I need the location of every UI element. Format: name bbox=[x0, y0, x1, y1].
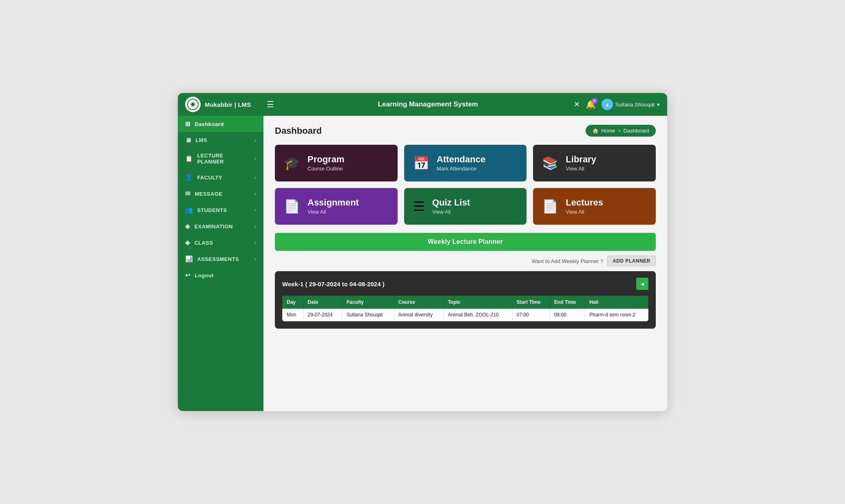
chevron-right-icon: › bbox=[254, 208, 256, 212]
breadcrumb-home: Home bbox=[601, 128, 615, 134]
sidebar-item-label: MESSAGE bbox=[195, 191, 250, 197]
card-quiz-subtitle: View All bbox=[432, 209, 470, 215]
breadcrumb-separator: > bbox=[618, 128, 621, 134]
card-quiz[interactable]: ☰ Quiz List View All bbox=[404, 188, 527, 225]
col-faculty: Faculty bbox=[342, 296, 394, 309]
svg-point-1 bbox=[191, 103, 195, 106]
page-header: Dashboard 🏠 Home > Dashboard bbox=[275, 125, 656, 137]
topbar: Mukabbir | LMS ☰ Learning Management Sys… bbox=[178, 93, 667, 116]
sidebar-item-label: LMS bbox=[195, 137, 250, 143]
card-assignment-subtitle: View All bbox=[307, 209, 359, 215]
cards-grid: 🎓 Program Course Outline 📅 Attendance Ma… bbox=[275, 145, 656, 225]
week-header: Week-1 ( 29-07-2024 to 04-08-2024 ) ◄ bbox=[282, 278, 648, 290]
row-hall: Pharm-d sem room 2 bbox=[585, 309, 648, 321]
notification-button[interactable]: 🔔 0 bbox=[586, 99, 596, 109]
sidebar-item-label: FACULTY bbox=[197, 175, 250, 181]
row-date: 29-07-2024 bbox=[303, 309, 342, 321]
breadcrumb: 🏠 Home > Dashboard bbox=[586, 125, 656, 137]
card-quiz-text: Quiz List View All bbox=[432, 198, 470, 215]
card-attendance-subtitle: Mark Attendance bbox=[437, 166, 486, 172]
col-date: Date bbox=[303, 296, 342, 309]
body-area: ⊞ Dashboard 🖥 LMS › 📋 LECTURE PLANNER › … bbox=[178, 116, 667, 411]
card-program-subtitle: Course Outline bbox=[307, 166, 344, 172]
week-box: Week-1 ( 29-07-2024 to 04-08-2024 ) ◄ Da… bbox=[275, 271, 656, 329]
row-end-time: 08:00 bbox=[550, 309, 585, 321]
page-title: Dashboard bbox=[275, 126, 322, 136]
card-program[interactable]: 🎓 Program Course Outline bbox=[275, 145, 398, 181]
card-lectures-text: Lectures View All bbox=[566, 198, 603, 215]
sidebar-item-label: CLASS bbox=[194, 240, 250, 246]
sidebar-item-assessments[interactable]: 📊 ASSESSMENTS › bbox=[178, 251, 263, 267]
sidebar: ⊞ Dashboard 🖥 LMS › 📋 LECTURE PLANNER › … bbox=[178, 116, 263, 411]
card-library[interactable]: 📚 Library View All bbox=[533, 145, 656, 181]
topbar-right: ✕ 🔔 0 ▲ Sultana Shouqat ▾ bbox=[574, 99, 660, 110]
card-library-subtitle: View All bbox=[566, 166, 596, 172]
sidebar-item-logout[interactable]: ↩ Logout bbox=[178, 267, 263, 283]
week-nav-button[interactable]: ◄ bbox=[636, 278, 648, 290]
sidebar-item-faculty[interactable]: 👤 FACULTY › bbox=[178, 169, 263, 186]
students-icon: 👥 bbox=[185, 206, 193, 214]
message-icon: ✉ bbox=[185, 190, 190, 197]
card-lectures[interactable]: 📄 Lectures View All bbox=[533, 188, 656, 225]
card-attendance-title: Attendance bbox=[437, 155, 486, 164]
sidebar-item-class[interactable]: ◈ CLASS › bbox=[178, 234, 263, 251]
chevron-right-icon: › bbox=[254, 256, 256, 261]
breadcrumb-current: Dashboard bbox=[623, 128, 649, 134]
chevron-right-icon: › bbox=[254, 138, 256, 143]
col-course: Course bbox=[394, 296, 444, 309]
add-planner-button[interactable]: ADD PLANNER bbox=[607, 256, 656, 266]
sidebar-item-dashboard[interactable]: ⊞ Dashboard bbox=[178, 116, 263, 132]
row-faculty: Sultana Shouqat bbox=[342, 309, 394, 321]
sidebar-item-label: ASSESSMENTS bbox=[197, 256, 250, 262]
assessments-icon: 📊 bbox=[185, 255, 193, 263]
row-course: Animal diversity bbox=[394, 309, 444, 321]
sidebar-item-label: Logout bbox=[195, 272, 256, 279]
home-icon: 🏠 bbox=[592, 128, 599, 134]
hamburger-button[interactable]: ☰ bbox=[267, 99, 274, 109]
sidebar-item-examination[interactable]: ◈ EXAMINATION › bbox=[178, 218, 263, 234]
sidebar-item-label: Dashboard bbox=[195, 121, 256, 127]
user-menu[interactable]: ▲ Sultana Shouqat ▾ bbox=[602, 99, 660, 110]
planner-add-row: Want to Add Weekly Planner ? ADD PLANNER bbox=[275, 256, 656, 266]
attendance-icon: 📅 bbox=[413, 155, 429, 171]
sidebar-item-label: STUDENTS bbox=[197, 207, 250, 213]
chevron-right-icon: › bbox=[254, 175, 256, 180]
chevron-right-icon: › bbox=[254, 240, 256, 245]
weekly-planner-header: Weekly Lecture Planner bbox=[275, 233, 656, 251]
add-prompt-text: Want to Add Weekly Planner ? bbox=[532, 258, 604, 264]
sidebar-item-lms[interactable]: 🖥 LMS › bbox=[178, 132, 263, 148]
card-attendance[interactable]: 📅 Attendance Mark Attendance bbox=[404, 145, 527, 181]
topbar-logo-area: Mukabbir | LMS bbox=[185, 97, 267, 112]
dashboard-icon: ⊞ bbox=[185, 120, 190, 128]
topbar-brand: Mukabbir | LMS bbox=[205, 101, 251, 108]
sidebar-item-label: LECTURE PLANNER bbox=[197, 153, 250, 165]
chevron-right-icon: › bbox=[254, 191, 256, 196]
program-icon: 🎓 bbox=[284, 155, 300, 171]
planner-table: Day Date Faculty Course Topic Start Time… bbox=[282, 296, 648, 321]
library-icon: 📚 bbox=[542, 155, 558, 171]
card-lectures-title: Lectures bbox=[566, 198, 603, 208]
examination-icon: ◈ bbox=[185, 223, 190, 230]
app-container: Mukabbir | LMS ☰ Learning Management Sys… bbox=[178, 93, 667, 411]
card-assignment[interactable]: 📄 Assignment View All bbox=[275, 188, 398, 225]
row-day: Mon bbox=[283, 309, 303, 321]
col-hall: Hall bbox=[585, 296, 648, 309]
card-library-text: Library View All bbox=[566, 155, 596, 172]
quiz-icon: ☰ bbox=[413, 199, 425, 214]
sidebar-item-label: EXAMINATION bbox=[194, 223, 250, 230]
lms-icon: 🖥 bbox=[185, 137, 191, 144]
user-chevron-icon: ▾ bbox=[657, 102, 660, 108]
close-icon-button[interactable]: ✕ bbox=[574, 100, 580, 109]
assignment-icon: 📄 bbox=[284, 199, 300, 214]
week-title: Week-1 ( 29-07-2024 to 04-08-2024 ) bbox=[282, 281, 385, 287]
user-avatar: ▲ bbox=[602, 99, 613, 110]
row-start-time: 07:00 bbox=[512, 309, 550, 321]
col-day: Day bbox=[283, 296, 303, 309]
sidebar-item-message[interactable]: ✉ MESSAGE › bbox=[178, 186, 263, 202]
sidebar-item-students[interactable]: 👥 STUDENTS › bbox=[178, 202, 263, 218]
app-logo bbox=[185, 97, 201, 112]
card-assignment-title: Assignment bbox=[307, 198, 359, 208]
card-attendance-text: Attendance Mark Attendance bbox=[437, 155, 486, 172]
sidebar-item-lecture-planner[interactable]: 📋 LECTURE PLANNER › bbox=[178, 148, 263, 169]
lecture-planner-icon: 📋 bbox=[185, 155, 193, 162]
